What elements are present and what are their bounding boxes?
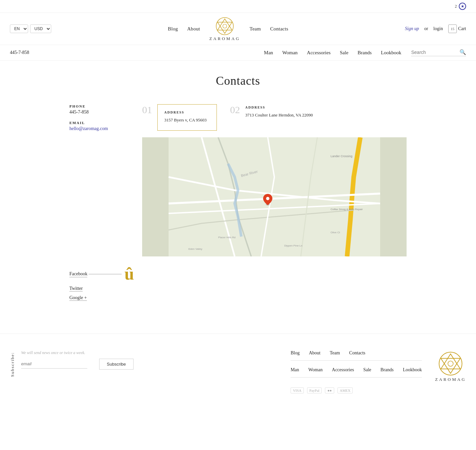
footer-brands-link[interactable]: Brands: [380, 367, 394, 373]
footer-woman-link[interactable]: Woman: [308, 367, 323, 373]
cart-button[interactable]: 15 Cart: [448, 24, 466, 33]
footer-man-link[interactable]: Man: [291, 367, 299, 373]
cart-icon: 15: [448, 24, 457, 33]
addresses-row: 01 ADDRESS 3157 Byers v, CA 95603 02 ADD…: [142, 104, 407, 137]
contacts-main-layout: PHONE 445-7-858 EMAIL hello@zaromag.com …: [69, 104, 407, 256]
phone-value: 445-7-858: [69, 110, 136, 115]
footer-nav-section: Blog About Team Contacts Man Woman Acces…: [291, 350, 422, 393]
footer-accessories-link[interactable]: Accessories: [332, 367, 354, 373]
visa-icon: VISA: [291, 387, 304, 393]
footer-nav-row-1: Blog About Team Contacts: [291, 350, 422, 361]
nav-sale-link[interactable]: Sale: [340, 50, 348, 56]
email-label: EMAIL: [69, 121, 136, 125]
social-section: Facebook û Twitter Google +: [69, 266, 407, 300]
search-input[interactable]: [411, 50, 457, 55]
search-button[interactable]: 🔍: [459, 49, 466, 55]
address-2-block: 02 ADDRESS 3713 Coulter Lane Herndon, VA…: [230, 104, 313, 118]
footer-bottom: Subscribe: We will send news once or twi…: [10, 350, 466, 393]
nav-about-link[interactable]: About: [187, 26, 200, 32]
footer-nav-logo: Blog About Team Contacts Man Woman Acces…: [291, 350, 466, 393]
nav-team-link[interactable]: Team: [250, 26, 261, 32]
subscribe-label: Subscribe:: [10, 350, 15, 377]
mastercard-icon: ●●: [325, 387, 334, 393]
phone-number: 445-7-858: [10, 50, 29, 55]
svg-text:Eden Valley: Eden Valley: [188, 248, 202, 250]
logo-link[interactable]: ZAROMAG: [209, 16, 240, 41]
subscribe-form: We will send news once or twice a week. …: [21, 350, 134, 370]
nav-right: Sign up or login 15 Cart: [405, 24, 466, 33]
footer: Subscribe: We will send news once or twi…: [0, 334, 476, 403]
svg-point-0: [216, 18, 233, 35]
footer-logo-icon: [437, 350, 464, 377]
svg-text:Placer Hills Rd: Placer Hills Rd: [218, 236, 235, 239]
map-svg: Bear River Lander Crossing Eden Valley P…: [142, 137, 407, 256]
language-select[interactable]: EN: [10, 24, 28, 33]
svg-text:Dippen Pine Ln: Dippen Pine Ln: [284, 244, 302, 247]
subscribe-section: Subscribe: We will send news once or twi…: [10, 350, 134, 377]
search-wrap: 🔍: [411, 49, 466, 56]
address-2-number: 02: [230, 105, 240, 115]
footer-lookbook-link[interactable]: Lookbook: [403, 367, 422, 373]
address-1-block: 01 ADDRESS 3157 Byers v, CA 95603: [142, 104, 217, 131]
email-value: hello@zaromag.com: [69, 126, 136, 131]
address-1-label: ADDRESS: [164, 111, 210, 114]
logo-icon: [215, 16, 235, 36]
cart-label: Cart: [458, 26, 466, 31]
footer-contacts-link[interactable]: Contacts: [349, 350, 365, 356]
secondary-nav: 445-7-858 Man Woman Accessories Sale Bra…: [0, 45, 476, 61]
page-title: Contacts: [69, 74, 407, 88]
footer-logo-text: ZAROMAG: [435, 377, 466, 382]
footer-logo: ZAROMAG: [435, 350, 466, 382]
footer-blog-link[interactable]: Blog: [291, 350, 299, 356]
amex-icon: AMEX: [337, 387, 353, 393]
social-links-list: Facebook û Twitter Google +: [69, 266, 134, 300]
address-2-label: ADDRESS: [245, 106, 313, 109]
page-content: Contacts PHONE 445-7-858 EMAIL hello@zar…: [63, 61, 413, 314]
currency-select[interactable]: USD: [30, 24, 51, 33]
twitter-row: Twitter: [69, 286, 134, 291]
facebook-line: [89, 274, 122, 274]
nav-accessories-link[interactable]: Accessories: [307, 50, 331, 56]
top-bar: 2 ★: [0, 0, 476, 13]
google-plus-link[interactable]: Google +: [69, 295, 87, 300]
svg-text:Lander Crossing: Lander Crossing: [331, 155, 352, 158]
wishlist-icon[interactable]: ★: [459, 3, 466, 10]
svg-marker-18: [441, 354, 460, 369]
social-links: Facebook û Twitter Google +: [69, 266, 407, 300]
footer-team-link[interactable]: Team: [330, 350, 340, 356]
address-2-card: ADDRESS 3713 Coulter Lane Herndon, VA 22…: [245, 104, 313, 118]
svg-marker-1: [218, 19, 232, 30]
footer-about-link[interactable]: About: [309, 350, 320, 356]
payment-icons: VISA PayPal ●● AMEX: [291, 387, 422, 393]
nav-blog-link[interactable]: Blog: [168, 26, 178, 32]
subscribe-hint: We will send news once or twice a week.: [21, 350, 134, 355]
nav-brands-link[interactable]: Brands: [358, 50, 372, 56]
footer-nav-row-2: Man Woman Accessories Sale Brands Lookbo…: [291, 367, 422, 378]
subscribe-left: Subscribe: We will send news once or twi…: [10, 350, 134, 377]
footer-sale-link[interactable]: Sale: [363, 367, 371, 373]
svg-marker-2: [218, 22, 232, 33]
map-container: Bear River Lander Crossing Eden Valley P…: [142, 137, 407, 256]
nav-man-link[interactable]: Man: [264, 50, 273, 56]
twitter-link[interactable]: Twitter: [69, 286, 83, 291]
svg-marker-19: [441, 358, 460, 373]
phone-label: PHONE: [69, 104, 136, 108]
login-link[interactable]: login: [433, 26, 443, 31]
nav-woman-link[interactable]: Woman: [282, 50, 298, 56]
secondary-nav-links: Man Woman Accessories Sale Brands Lookbo…: [264, 50, 401, 56]
facebook-link[interactable]: Facebook: [69, 271, 87, 277]
nav-center-links: Blog About ZAROMAG Team Contacts: [168, 16, 288, 41]
signup-link[interactable]: Sign up: [405, 26, 419, 31]
addresses-and-map: 01 ADDRESS 3157 Byers v, CA 95603 02 ADD…: [142, 104, 407, 256]
paypal-icon: PayPal: [307, 387, 322, 393]
address-2-value: 3713 Coulter Lane Herndon, VA 22090: [245, 112, 313, 118]
subscribe-button[interactable]: Subscribe: [99, 359, 134, 370]
nav-contacts-link[interactable]: Contacts: [270, 26, 288, 32]
svg-point-3: [223, 24, 227, 28]
logo-text: ZAROMAG: [209, 36, 240, 41]
email-link[interactable]: hello@zaromag.com: [69, 126, 108, 131]
nav-lookbook-link[interactable]: Lookbook: [381, 50, 401, 56]
subscribe-email-input[interactable]: [21, 359, 87, 368]
subscribe-input-area: Subscribe: [21, 359, 134, 370]
address-1-card: ADDRESS 3157 Byers v, CA 95603: [157, 104, 217, 131]
